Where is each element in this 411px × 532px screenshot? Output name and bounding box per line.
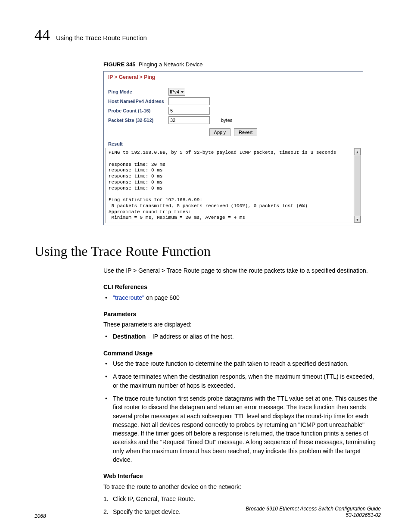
page-number: 1068 [34, 513, 46, 519]
doc-title: Brocade 6910 Ethernet Access Switch Conf… [246, 506, 381, 513]
web-interface-step: Click IP, General, Trace Route. [103, 495, 381, 503]
parameters-heading: Parameters [103, 310, 381, 318]
cli-reference-item: "traceroute" on page 600 [103, 293, 381, 302]
scroll-up-icon[interactable]: ▴ [354, 148, 361, 155]
parameter-destination: Destination – IP address or alias of the… [103, 332, 381, 341]
parameters-intro: These parameters are displayed: [103, 320, 381, 329]
figure-caption-text: Pinging a Network Device [139, 61, 203, 68]
figure-caption: FIGURE 345 Pinging a Network Device [103, 61, 381, 68]
host-address-label: Host Name/IPv4 Address [108, 99, 168, 104]
doc-id: 53-1002651-02 [246, 512, 381, 519]
ping-mode-label: Ping Mode [108, 89, 168, 94]
apply-button[interactable]: Apply [209, 128, 231, 136]
cli-reference-suffix: on page 600 [144, 294, 180, 301]
ping-panel: IP > General > Ping Ping Mode IPv4 Host … [103, 71, 363, 225]
probe-count-label: Probe Count (1-16) [108, 108, 168, 113]
command-usage-item: Use the trace route function to determin… [103, 359, 381, 368]
result-box: PING to 192.168.0.99, by 5 of 32-byte pa… [106, 148, 361, 223]
web-interface-heading: Web Interface [103, 472, 381, 480]
figure-label: FIGURE 345 [103, 61, 135, 68]
breadcrumb: IP > General > Ping [104, 72, 363, 84]
page-header: 44 Using the Trace Route Function [34, 26, 381, 44]
probe-count-input[interactable] [168, 107, 210, 115]
chapter-number: 44 [34, 26, 50, 44]
cli-references-heading: CLI References [103, 283, 381, 291]
ping-mode-select[interactable]: IPv4 [168, 88, 185, 96]
command-usage-item: A trace terminates when the destination … [103, 372, 381, 390]
running-title: Using the Trace Route Function [56, 34, 147, 41]
packet-size-label: Packet Size (32-512) [108, 118, 168, 123]
packet-size-unit: bytes [221, 118, 232, 123]
host-address-input[interactable] [168, 97, 210, 105]
page-footer: 1068 Brocade 6910 Ethernet Access Switch… [34, 506, 381, 519]
packet-size-input[interactable] [168, 116, 210, 124]
scroll-down-icon[interactable]: ▾ [354, 216, 361, 223]
command-usage-heading: Command Usage [103, 349, 381, 358]
traceroute-link[interactable]: "traceroute" [113, 294, 144, 301]
ping-form: Ping Mode IPv4 Host Name/IPv4 Address Pr… [104, 84, 363, 141]
result-label: Result [104, 141, 363, 148]
section-heading: Using the Trace Route Function [34, 243, 381, 259]
command-usage-item: The trace route function first sends pro… [103, 394, 381, 464]
revert-button[interactable]: Revert [234, 128, 257, 136]
intro-paragraph: Use the IP > General > Trace Route page … [103, 266, 381, 275]
result-output: PING to 192.168.0.99, by 5 of 32-byte pa… [106, 148, 354, 223]
web-interface-intro: To trace the route to another device on … [103, 482, 381, 491]
chevron-down-icon [181, 91, 184, 93]
result-scrollbar[interactable]: ▴ ▾ [354, 148, 361, 223]
